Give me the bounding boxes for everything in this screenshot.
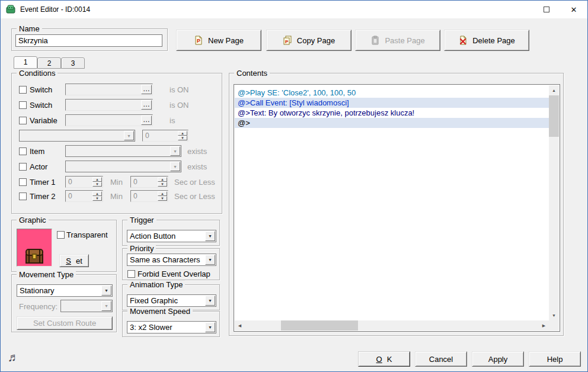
- switch1-browse-button[interactable]: …: [141, 85, 152, 94]
- set-custom-route-button[interactable]: Set Custom Route: [17, 316, 113, 330]
- animation-type-select[interactable]: Fixed Graphic ▼: [127, 294, 216, 307]
- graphic-preview[interactable]: [17, 229, 52, 267]
- spin-down-button[interactable]: ▼: [92, 196, 102, 201]
- chevron-down-icon: ▼: [124, 131, 134, 140]
- paste-page-label: Paste Page: [385, 36, 424, 45]
- app-icon: [6, 5, 15, 14]
- scrollbar-corner: [549, 320, 559, 331]
- music-note-icon: ♬: [8, 351, 20, 364]
- horizontal-scroll-thumb[interactable]: [281, 320, 358, 331]
- variable-operator-select[interactable]: ▼: [19, 130, 135, 142]
- help-button[interactable]: Help: [529, 351, 581, 367]
- movement-speed-groupbox: Movement Speed 3: x2 Slower ▼: [122, 311, 220, 337]
- switch1-checkbox[interactable]: [19, 86, 27, 94]
- spin-up-button[interactable]: ▲: [158, 177, 167, 182]
- movement-speed-select[interactable]: 3: x2 Slower ▼: [127, 321, 216, 333]
- variable-checkbox[interactable]: [19, 117, 27, 124]
- item-select[interactable]: ▼: [65, 145, 181, 157]
- timer2-min-spinner[interactable]: 0 ▲ ▼: [65, 190, 103, 202]
- paste-page-button[interactable]: Paste Page: [355, 30, 440, 51]
- graphic-set-button[interactable]: Set: [59, 254, 89, 267]
- chest-sprite: [24, 248, 44, 264]
- trigger-select[interactable]: Action Button ▼: [127, 230, 216, 242]
- variable-value-spinner[interactable]: 0 ▲ ▼: [142, 130, 188, 142]
- event-command-listbox[interactable]: @>Play SE: 'Close2', 100, 100, 50@>Call …: [234, 84, 560, 332]
- delete-page-button[interactable]: Delete Page: [444, 30, 529, 51]
- switch2-label[interactable]: Switch: [30, 101, 52, 110]
- scroll-left-button[interactable]: ◀: [235, 320, 245, 331]
- spin-down-button[interactable]: ▼: [178, 136, 187, 140]
- trigger-groupbox: Trigger Action Button ▼: [122, 220, 220, 246]
- scroll-up-button[interactable]: ▲: [549, 85, 559, 95]
- switch1-input[interactable]: …: [65, 84, 153, 95]
- ok-button[interactable]: OK: [358, 351, 410, 367]
- switch2-checkbox[interactable]: [19, 101, 27, 109]
- variable-browse-button[interactable]: …: [141, 116, 152, 125]
- tab-page-2[interactable]: 2: [37, 57, 61, 69]
- spin-down-button[interactable]: ▼: [92, 182, 102, 187]
- priority-group-label: Priority: [127, 244, 156, 253]
- event-command-line[interactable]: @>Text: By otworzyc skrzynie, potrzebuje…: [235, 108, 549, 118]
- cancel-button[interactable]: Cancel: [415, 351, 467, 367]
- name-input[interactable]: [15, 34, 162, 47]
- movement-type-select[interactable]: Stationary ▼: [17, 284, 113, 297]
- apply-button[interactable]: Apply: [472, 351, 524, 367]
- maximize-button[interactable]: [533, 1, 560, 18]
- item-checkbox[interactable]: [19, 147, 27, 155]
- transparent-label[interactable]: Transparent: [66, 230, 108, 239]
- item-label[interactable]: Item: [30, 147, 44, 156]
- spin-down-button[interactable]: ▼: [158, 182, 167, 187]
- spin-down-button[interactable]: ▼: [158, 196, 167, 201]
- timer2-sec-spinner[interactable]: 0 ▲ ▼: [130, 190, 168, 202]
- switch2-browse-button[interactable]: …: [141, 100, 152, 110]
- timer1-sec-spinner[interactable]: 0 ▲ ▼: [130, 176, 168, 188]
- forbid-event-overlap-label[interactable]: Forbid Event Overlap: [138, 270, 210, 278]
- conditions-groupbox: Conditions Switch … is ON Switch … is ON…: [11, 73, 222, 214]
- close-button[interactable]: ✕: [560, 1, 587, 18]
- variable-input[interactable]: …: [65, 114, 153, 126]
- timer1-min-label: Min: [110, 178, 123, 187]
- timer1-checkbox[interactable]: [19, 178, 27, 186]
- scroll-down-button[interactable]: ▼: [549, 310, 559, 320]
- scroll-right-button[interactable]: ▶: [539, 320, 549, 331]
- switch1-suffix: is ON: [170, 85, 189, 94]
- graphic-group-label: Graphic: [17, 216, 49, 225]
- spin-up-button[interactable]: ▲: [92, 177, 102, 182]
- transparent-checkbox[interactable]: [57, 231, 65, 239]
- switch2-input[interactable]: …: [65, 99, 153, 111]
- priority-value: Same as Characters: [127, 254, 204, 265]
- spin-up-button[interactable]: ▲: [158, 191, 167, 196]
- timer2-checkbox[interactable]: [19, 193, 27, 200]
- event-command-line[interactable]: @>Play SE: 'Close2', 100, 100, 50: [235, 88, 549, 98]
- switch1-label[interactable]: Switch: [30, 85, 52, 94]
- variable-suffix: is: [170, 116, 175, 125]
- actor-checkbox[interactable]: [19, 163, 27, 171]
- priority-select[interactable]: Same as Characters ▼: [127, 254, 216, 266]
- timer1-min-spinner[interactable]: 0 ▲ ▼: [65, 176, 103, 188]
- timer1-label[interactable]: Timer 1: [30, 178, 56, 187]
- copy-page-button[interactable]: P Copy Page: [266, 30, 351, 51]
- name-groupbox: Name: [11, 28, 168, 51]
- delete-page-icon: [458, 36, 468, 45]
- vertical-scrollbar[interactable]: ▲ ▼: [549, 85, 559, 320]
- actor-select[interactable]: ▼: [65, 161, 181, 172]
- new-page-button[interactable]: P New Page: [176, 30, 261, 51]
- variable-label[interactable]: Variable: [30, 116, 57, 125]
- horizontal-scrollbar[interactable]: ◀ ▶: [235, 320, 549, 331]
- event-command-list[interactable]: @>Play SE: 'Close2', 100, 100, 50@>Call …: [235, 85, 549, 320]
- tab-page-1[interactable]: 1: [14, 56, 37, 69]
- frequency-select[interactable]: ▼: [60, 300, 113, 312]
- spin-up-button[interactable]: ▲: [178, 131, 187, 136]
- actor-label[interactable]: Actor: [30, 162, 47, 171]
- spinner-buttons: ▲ ▼: [158, 191, 167, 201]
- graphic-groupbox: Graphic Transparent Set: [11, 220, 117, 272]
- spin-up-button[interactable]: ▲: [92, 191, 102, 196]
- event-command-line[interactable]: @>Call Event: [Styl wiadomosci]: [235, 98, 549, 108]
- spinner-value: 0: [133, 192, 138, 200]
- forbid-event-overlap-checkbox[interactable]: [127, 270, 135, 278]
- timer2-label[interactable]: Timer 2: [30, 192, 56, 201]
- timer1-sec-label: Sec or Less: [174, 178, 215, 187]
- tab-page-3[interactable]: 3: [61, 57, 85, 69]
- vertical-scroll-thumb[interactable]: [549, 95, 559, 137]
- event-command-line[interactable]: @>: [235, 118, 549, 128]
